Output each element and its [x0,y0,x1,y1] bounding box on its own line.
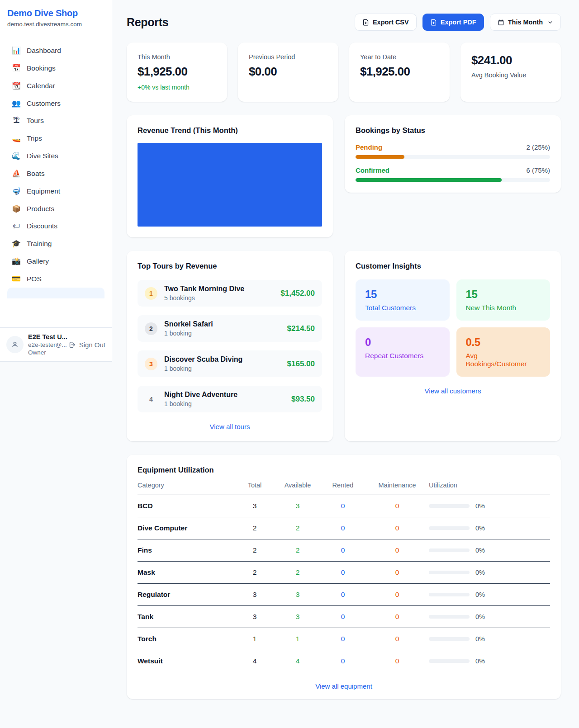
tour-row[interactable]: 3 Discover Scuba Diving 1 booking $165.0… [138,350,322,377]
sidebar-item-tours[interactable]: 🏝 Tours [4,112,108,129]
cell-maintenance: 0 [365,591,429,599]
tile-new-this-month: 15 New This Month [456,279,551,321]
cell-utilization: 0% [429,525,550,532]
cell-maintenance: 0 [365,568,429,577]
cell-category: BCD [138,502,234,510]
top-tours-title: Top Tours by Revenue [138,262,322,270]
utilization-pct: 0% [475,525,485,532]
sidebar-item-label: Dive Sites [27,152,58,160]
user-name: E2E Test U... [28,333,64,340]
tile-label: Avg Bookings/Customer [466,352,541,368]
col-rented: Rented [320,482,365,489]
tile-label: Repeat Customers [365,352,440,360]
tile-value: 15 [466,288,541,301]
calendar-icon: 📆 [12,81,21,90]
table-row: BCD33000% [138,495,550,517]
cell-category: Torch [138,635,234,643]
utilization-bar [429,526,470,530]
utilization-bar [429,504,470,508]
sidebar-item-label: Discounts [27,222,57,230]
period-dropdown[interactable]: This Month [490,14,561,31]
tour-name: Discover Scuba Diving [164,355,242,364]
sidebar-item-label: Bookings [27,64,56,72]
tile-value: 0 [365,336,440,349]
rank-badge: 3 [145,358,157,370]
sidebar-item-pos[interactable]: 💳 POS [4,270,108,288]
view-all-equipment-link[interactable]: View all equipment [138,682,550,690]
camera-icon: 📸 [12,257,21,265]
diving-mask-icon: 🤿 [12,187,21,195]
col-category: Category [138,482,234,489]
cell-available: 2 [275,546,320,554]
tag-icon: 🏷 [12,222,21,230]
sidebar-item-label: Trips [27,134,42,142]
view-all-tours-link[interactable]: View all tours [138,423,322,430]
page-title: Reports [127,16,168,29]
export-csv-button[interactable]: Export CSV [355,14,417,31]
sidebar-item-calendar[interactable]: 📆 Calendar [4,77,108,95]
sign-out-button[interactable]: Sign Out [68,341,105,349]
sidebar-item-boats[interactable]: ⛵ Boats [4,165,108,182]
file-download-icon [362,19,369,26]
status-label: Pending [356,143,382,151]
sidebar-item-discounts[interactable]: 🏷 Discounts [4,217,108,235]
cell-category: Tank [138,613,234,621]
cell-category: Dive Computer [138,524,234,532]
equipment-utilization-card: Equipment Utilization Category Total Ava… [127,455,561,699]
cell-utilization: 0% [429,547,550,554]
insights-row: Top Tours by Revenue 1 Two Tank Morning … [127,251,561,441]
tour-row[interactable]: 2 Snorkel Safari 1 booking $214.50 [138,315,322,342]
charts-row: Revenue Trend (This Month) Bookings by S… [127,115,561,237]
cell-available: 3 [275,613,320,621]
tile-value: 15 [365,288,440,301]
cell-maintenance: 0 [365,502,429,510]
stat-value: $1,925.00 [138,65,216,79]
user-role: Owner [28,349,64,356]
sidebar-item-gallery[interactable]: 📸 Gallery [4,252,108,270]
sign-out-icon [68,341,76,349]
customer-insights-title: Customer Insights [356,262,550,270]
cell-maintenance: 0 [365,657,429,665]
tour-bookings: 5 bookings [164,294,244,302]
period-label: This Month [508,19,543,26]
customer-insights-card: Customer Insights 15 Total Customers 15 … [345,251,561,441]
utilization-pct: 0% [475,502,485,510]
sidebar-item-products[interactable]: 📦 Products [4,200,108,217]
cell-total: 2 [234,546,275,554]
sidebar-item-trips[interactable]: 🚤 Trips [4,129,108,147]
status-bar-track [356,178,550,182]
rank-badge: 2 [145,322,157,335]
view-all-customers-link[interactable]: View all customers [356,387,550,395]
cell-total: 3 [234,613,275,621]
cell-total: 3 [234,502,275,510]
status-label: Confirmed [356,166,389,174]
tour-amount: $93.50 [291,395,315,404]
sidebar-item-equipment[interactable]: 🤿 Equipment [4,182,108,200]
tour-row[interactable]: 1 Two Tank Morning Dive 5 bookings $1,45… [138,280,322,307]
cell-category: Mask [138,568,234,577]
tour-row[interactable]: 4 Night Dive Adventure 1 booking $93.50 [138,386,322,412]
export-pdf-button[interactable]: Export PDF [422,14,484,31]
wave-icon: 🌊 [12,151,21,160]
stat-label: Previous Period [249,53,327,61]
tour-amount: $1,452.00 [280,289,315,298]
insight-tiles: 15 Total Customers 15 New This Month 0 R… [356,279,550,377]
sidebar-item-active-partial[interactable] [7,288,104,298]
cell-total: 2 [234,524,275,532]
sidebar-item-bookings[interactable]: 📅 Bookings [4,59,108,77]
tile-repeat-customers: 0 Repeat Customers [356,327,450,377]
status-bar-fill [356,178,502,182]
cell-maintenance: 0 [365,524,429,532]
table-row: Wetsuit44000% [138,650,550,672]
stat-value: $241.00 [471,53,550,67]
sidebar-item-customers[interactable]: 👥 Customers [4,95,108,112]
stat-delta: +0% vs last month [138,84,216,91]
avatar [6,336,24,353]
sidebar-item-label: Gallery [27,257,49,265]
sidebar-item-label: Training [27,240,52,248]
sidebar-item-training[interactable]: 🎓 Training [4,235,108,252]
rank-badge: 4 [145,393,157,406]
sidebar-item-dive-sites[interactable]: 🌊 Dive Sites [4,147,108,165]
status-row-confirmed: Confirmed 6 (75%) [356,166,550,182]
sidebar-item-dashboard[interactable]: 📊 Dashboard [4,42,108,59]
